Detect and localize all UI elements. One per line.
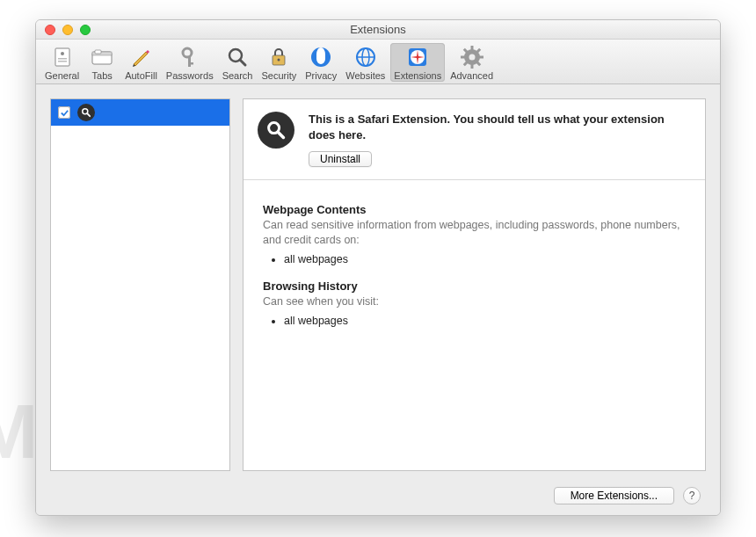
preferences-toolbar: General Tabs AutoFill Passwords Search bbox=[36, 40, 720, 84]
tab-label: Extensions bbox=[394, 70, 441, 81]
webpage-contents-list: all webpages bbox=[284, 253, 686, 265]
browsing-history-text: Can see when you visit: bbox=[263, 294, 686, 309]
tabs-icon bbox=[90, 45, 114, 69]
list-item: all webpages bbox=[284, 315, 686, 327]
magnifier-icon bbox=[258, 112, 294, 149]
svg-rect-3 bbox=[58, 61, 67, 62]
tab-label: Tabs bbox=[92, 70, 113, 81]
tab-label: Search bbox=[222, 70, 253, 81]
svg-rect-23 bbox=[470, 46, 473, 50]
tab-label: Websites bbox=[345, 70, 385, 81]
more-extensions-button[interactable]: More Extensions... bbox=[554, 487, 674, 504]
extensions-sidebar bbox=[50, 98, 230, 471]
tab-extensions[interactable]: Extensions bbox=[390, 43, 445, 82]
tab-websites[interactable]: Websites bbox=[342, 43, 389, 82]
tab-passwords[interactable]: Passwords bbox=[163, 43, 217, 82]
tab-label: Privacy bbox=[305, 70, 337, 81]
extensions-icon bbox=[405, 45, 430, 69]
svg-rect-25 bbox=[461, 56, 465, 59]
browsing-history-list: all webpages bbox=[284, 315, 686, 327]
window-title: Extensions bbox=[36, 23, 720, 36]
svg-point-7 bbox=[183, 48, 192, 57]
help-button[interactable]: ? bbox=[683, 487, 701, 504]
tab-advanced[interactable]: Advanced bbox=[447, 43, 497, 82]
tab-label: AutoFill bbox=[125, 70, 157, 81]
svg-point-1 bbox=[61, 52, 64, 55]
webpage-contents-heading: Webpage Contents bbox=[263, 203, 686, 216]
content-main: This is a Safari Extension. You should t… bbox=[50, 98, 706, 471]
svg-line-34 bbox=[278, 132, 283, 137]
tab-search[interactable]: Search bbox=[219, 43, 257, 82]
svg-point-22 bbox=[469, 54, 475, 61]
svg-line-32 bbox=[87, 113, 90, 116]
svg-rect-0 bbox=[55, 48, 69, 66]
websites-icon bbox=[353, 45, 378, 69]
search-icon bbox=[225, 45, 250, 69]
svg-rect-2 bbox=[58, 58, 67, 60]
titlebar: Extensions bbox=[36, 20, 720, 40]
permissions-section: Webpage Contents Can read sensitive info… bbox=[244, 180, 705, 364]
key-icon bbox=[178, 45, 202, 69]
svg-line-11 bbox=[240, 60, 245, 65]
preferences-window: Extensions General Tabs AutoFill Passw bbox=[35, 19, 721, 516]
svg-point-13 bbox=[278, 59, 280, 62]
tab-label: Security bbox=[261, 70, 296, 81]
browsing-history-heading: Browsing History bbox=[263, 279, 686, 293]
extension-detail-panel: This is a Safari Extension. You should t… bbox=[243, 98, 706, 471]
extension-enable-checkbox[interactable] bbox=[58, 106, 70, 119]
extension-list-item[interactable] bbox=[51, 99, 229, 126]
tab-tabs[interactable]: Tabs bbox=[84, 43, 120, 82]
tab-label: Passwords bbox=[166, 70, 214, 81]
footer-bar: More Extensions... ? bbox=[50, 483, 706, 506]
tab-label: Advanced bbox=[450, 70, 493, 81]
tab-privacy[interactable]: Privacy bbox=[302, 43, 340, 82]
detail-header: This is a Safari Extension. You should t… bbox=[244, 99, 705, 180]
svg-rect-9 bbox=[188, 62, 193, 65]
uninstall-button[interactable]: Uninstall bbox=[309, 151, 372, 167]
svg-rect-24 bbox=[470, 64, 473, 69]
svg-rect-8 bbox=[188, 56, 191, 67]
tab-autofill[interactable]: AutoFill bbox=[121, 43, 161, 82]
svg-rect-26 bbox=[479, 56, 483, 59]
general-icon bbox=[50, 45, 75, 69]
webpage-contents-text: Can read sensitive information from webp… bbox=[263, 218, 686, 248]
tab-general[interactable]: General bbox=[41, 43, 83, 82]
tab-label: General bbox=[45, 70, 79, 81]
svg-rect-6 bbox=[95, 50, 101, 54]
list-item: all webpages bbox=[284, 253, 686, 265]
content-area: This is a Safari Extension. You should t… bbox=[36, 84, 720, 515]
privacy-icon bbox=[309, 45, 333, 69]
autofill-icon bbox=[128, 45, 153, 69]
lock-icon bbox=[266, 45, 291, 69]
magnifier-icon bbox=[77, 104, 95, 121]
gear-icon bbox=[460, 45, 484, 69]
extension-description: This is a Safari Extension. You should t… bbox=[309, 112, 691, 142]
tab-security[interactable]: Security bbox=[258, 43, 300, 82]
